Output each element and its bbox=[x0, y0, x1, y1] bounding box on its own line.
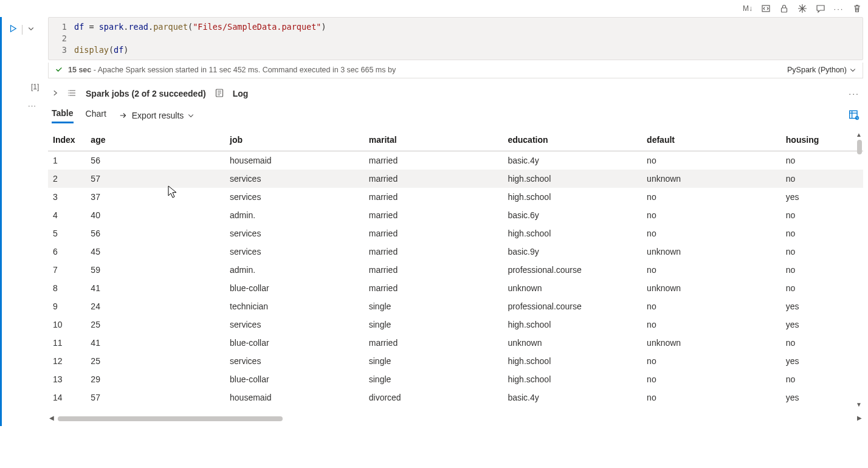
code-editor[interactable]: 1df = spark.read.parquet("Files/SampleDa… bbox=[48, 17, 863, 60]
table-row[interactable]: 645servicesmarriedbasic.9yunknownno bbox=[48, 243, 863, 261]
table-cell: admin. bbox=[225, 261, 364, 279]
export-results-button[interactable]: Export results bbox=[119, 111, 195, 120]
table-cell: blue-collar bbox=[225, 279, 364, 297]
table-cell: no bbox=[642, 261, 781, 279]
more-icon[interactable]: ··· bbox=[833, 2, 845, 15]
tab-chart[interactable]: Chart bbox=[86, 109, 106, 122]
status-message: - Apache Spark session started in 11 sec… bbox=[94, 66, 396, 74]
table-row[interactable]: 556servicesmarriedhigh.schoolnono bbox=[48, 224, 863, 243]
column-header[interactable]: education bbox=[503, 129, 642, 151]
table-cell: unknown bbox=[642, 334, 781, 352]
table-cell: no bbox=[642, 388, 781, 407]
code-content[interactable]: display(df) bbox=[74, 44, 128, 56]
horizontal-scroll-thumb[interactable] bbox=[58, 416, 283, 421]
markdown-toggle[interactable]: M↓ bbox=[742, 2, 754, 15]
table-cell: basic.4y bbox=[503, 151, 642, 170]
vertical-scrollbar[interactable] bbox=[856, 140, 863, 398]
table-row[interactable]: 1225servicessinglehigh.schoolnoyes bbox=[48, 352, 863, 370]
table-row[interactable]: 924techniciansingleprofessional.courseno… bbox=[48, 297, 863, 315]
table-cell: 11 bbox=[48, 334, 86, 352]
log-icon bbox=[215, 88, 224, 100]
code-line[interactable]: 1df = spark.read.parquet("Files/SampleDa… bbox=[49, 21, 863, 33]
table-row[interactable]: 759admin.marriedprofessional.coursenono bbox=[48, 261, 863, 279]
column-header[interactable]: housing bbox=[781, 129, 863, 151]
kernel-selector[interactable]: PySpark (Python) bbox=[787, 66, 856, 74]
code-line[interactable]: 3display(df) bbox=[49, 44, 863, 56]
results-table: Indexagejobmaritaleducationdefaulthousin… bbox=[48, 129, 863, 407]
table-cell: high.school bbox=[503, 188, 642, 206]
table-row[interactable]: 1457housemaiddivorcedbasic.4ynoyes bbox=[48, 388, 863, 407]
table-cell: 57 bbox=[86, 170, 225, 188]
table-cell: no bbox=[642, 224, 781, 243]
kernel-label: PySpark (Python) bbox=[787, 66, 847, 74]
status-bar: 15 sec - Apache Spark session started in… bbox=[48, 63, 863, 78]
table-cell: 5 bbox=[48, 224, 86, 243]
line-number: 1 bbox=[56, 21, 74, 33]
output-block: Spark jobs (2 of 2 succeeded) Log ··· Ta… bbox=[48, 86, 863, 426]
table-cell: housemaid bbox=[225, 388, 364, 407]
table-cell: single bbox=[364, 370, 503, 388]
table-row[interactable]: 257servicesmarriedhigh.schoolunknownno bbox=[48, 170, 863, 188]
column-header[interactable]: marital bbox=[364, 129, 503, 151]
expand-icon[interactable] bbox=[760, 2, 772, 15]
code-line[interactable]: 2 bbox=[49, 33, 863, 44]
table-row[interactable]: 1025servicessinglehigh.schoolnoyes bbox=[48, 315, 863, 334]
table-cell: no bbox=[781, 370, 863, 388]
table-cell: no bbox=[781, 243, 863, 261]
spark-jobs-label[interactable]: Spark jobs (2 of 2 succeeded) bbox=[86, 89, 206, 98]
output-more-icon[interactable]: ··· bbox=[849, 89, 859, 98]
column-header[interactable]: default bbox=[642, 129, 781, 151]
table-row[interactable]: 1329blue-collarsinglehigh.schoolnono bbox=[48, 370, 863, 388]
table-cell: 10 bbox=[48, 315, 86, 334]
table-cell: no bbox=[781, 261, 863, 279]
log-button[interactable]: Log bbox=[233, 89, 249, 98]
tab-table[interactable]: Table bbox=[52, 108, 74, 123]
column-header[interactable]: job bbox=[225, 129, 364, 151]
code-content[interactable]: df = spark.read.parquet("Files/SampleDat… bbox=[74, 21, 326, 33]
lock-icon[interactable] bbox=[778, 2, 790, 15]
table-cell: high.school bbox=[503, 224, 642, 243]
table-row[interactable]: 841blue-collarmarriedunknownunknownno bbox=[48, 279, 863, 297]
table-cell: single bbox=[364, 315, 503, 334]
table-cell: 37 bbox=[86, 188, 225, 206]
table-cell: married bbox=[364, 334, 503, 352]
table-settings-icon[interactable] bbox=[849, 109, 859, 122]
table-cell: married bbox=[364, 170, 503, 188]
table-cell: married bbox=[364, 224, 503, 243]
horizontal-scrollbar[interactable] bbox=[58, 415, 853, 422]
table-cell: basic.6y bbox=[503, 206, 642, 224]
comment-icon[interactable] bbox=[815, 2, 827, 15]
table-cell: 1 bbox=[48, 151, 86, 170]
table-cell: married bbox=[364, 261, 503, 279]
scroll-right-button[interactable]: ▶ bbox=[857, 415, 862, 421]
table-cell: services bbox=[225, 315, 364, 334]
table-cell: unknown bbox=[642, 243, 781, 261]
expand-jobs-button[interactable] bbox=[52, 89, 59, 98]
spark-jobs-icon bbox=[67, 88, 77, 100]
table-cell: yes bbox=[781, 352, 863, 370]
table-row[interactable]: 440admin.marriedbasic.6ynono bbox=[48, 206, 863, 224]
scroll-left-button[interactable]: ◀ bbox=[49, 415, 54, 421]
table-cell: 7 bbox=[48, 261, 86, 279]
table-cell: 56 bbox=[86, 151, 225, 170]
table-cell: services bbox=[225, 352, 364, 370]
table-row[interactable]: 1141blue-collarmarriedunknownunknownno bbox=[48, 334, 863, 352]
table-row[interactable]: 337servicesmarriedhigh.schoolnoyes bbox=[48, 188, 863, 206]
scroll-up-button[interactable]: ▲ bbox=[855, 131, 863, 138]
table-cell: 3 bbox=[48, 188, 86, 206]
freeze-icon[interactable] bbox=[796, 2, 808, 15]
table-cell: no bbox=[781, 206, 863, 224]
table-row[interactable]: 156housemaidmarriedbasic.4ynono bbox=[48, 151, 863, 170]
table-cell: 25 bbox=[86, 315, 225, 334]
cell-collapse-icon[interactable]: ··· bbox=[27, 101, 38, 110]
table-cell: no bbox=[781, 279, 863, 297]
output-tabs: Table Chart Export results bbox=[48, 102, 863, 123]
execution-count: [1] bbox=[31, 83, 39, 91]
scroll-down-button[interactable]: ▼ bbox=[855, 401, 863, 408]
table-cell: 14 bbox=[48, 388, 86, 407]
vertical-scroll-thumb[interactable] bbox=[857, 140, 862, 154]
column-header[interactable]: Index bbox=[48, 129, 86, 151]
delete-icon[interactable] bbox=[851, 2, 863, 15]
column-header[interactable]: age bbox=[86, 129, 225, 151]
table-cell: 12 bbox=[48, 352, 86, 370]
